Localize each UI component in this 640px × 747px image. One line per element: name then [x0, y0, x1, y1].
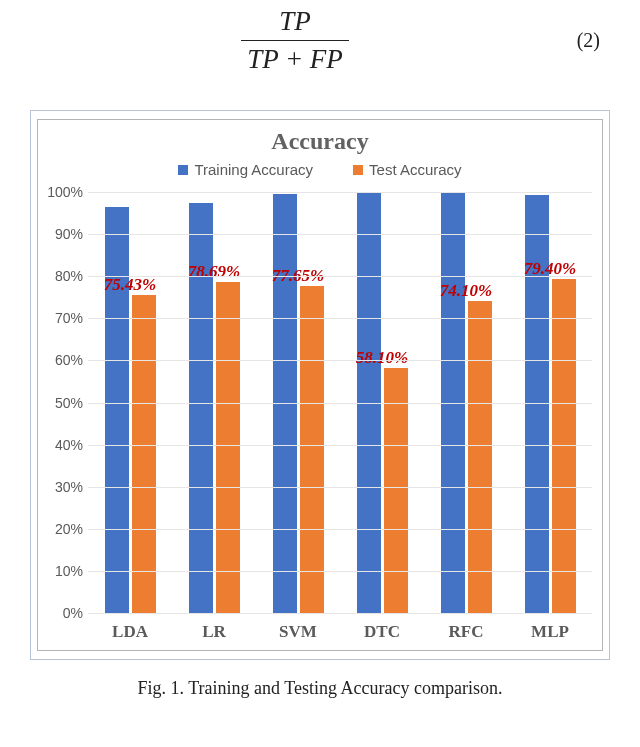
- gridline: [88, 487, 592, 488]
- y-tick-label: 20%: [43, 521, 83, 537]
- y-tick-label: 100%: [43, 184, 83, 200]
- legend-label-training: Training Accuracy: [194, 161, 313, 178]
- bar-training: [105, 207, 129, 613]
- bar-test: [132, 295, 156, 613]
- chart-title: Accuracy: [38, 120, 602, 161]
- bar-test: [552, 279, 576, 613]
- y-tick-label: 70%: [43, 310, 83, 326]
- gridline: [88, 445, 592, 446]
- legend-label-test: Test Accuracy: [369, 161, 462, 178]
- bar-test: [384, 368, 408, 613]
- y-tick-label: 40%: [43, 437, 83, 453]
- bar-training: [273, 194, 297, 613]
- y-tick-label: 0%: [43, 605, 83, 621]
- y-tick-label: 10%: [43, 563, 83, 579]
- gridline: [88, 529, 592, 530]
- gridline: [88, 276, 592, 277]
- gridline: [88, 403, 592, 404]
- bar-test: [300, 286, 324, 613]
- equation-numerator: TP: [241, 5, 349, 40]
- legend-item-test: Test Accuracy: [353, 161, 462, 178]
- x-tick-label: RFC: [424, 622, 508, 642]
- x-tick-label: LR: [172, 622, 256, 642]
- chart-inner-frame: Accuracy Training Accuracy Test Accuracy…: [37, 119, 603, 651]
- page: TP TP + FP (2) Accuracy Training Accurac…: [0, 0, 640, 747]
- plot-area: 75.43%78.69%77.65%58.10%74.10%79.40% 0%1…: [88, 192, 592, 614]
- gridline: [88, 360, 592, 361]
- x-tick-label: SVM: [256, 622, 340, 642]
- y-tick-label: 30%: [43, 479, 83, 495]
- x-tick-label: MLP: [508, 622, 592, 642]
- y-tick-label: 80%: [43, 268, 83, 284]
- equation-row: TP TP + FP (2): [30, 0, 610, 80]
- x-axis-labels: LDALRSVMDTCRFCMLP: [88, 622, 592, 642]
- data-label: 75.43%: [104, 275, 156, 295]
- equation-denominator: TP + FP: [241, 41, 349, 75]
- gridline: [88, 234, 592, 235]
- y-tick-label: 60%: [43, 352, 83, 368]
- bar-test: [216, 282, 240, 613]
- bar-test: [468, 301, 492, 613]
- data-label: 58.10%: [356, 348, 408, 368]
- legend: Training Accuracy Test Accuracy: [38, 161, 602, 184]
- gridline: [88, 318, 592, 319]
- equation-number: (2): [560, 29, 600, 52]
- gridline: [88, 571, 592, 572]
- y-tick-label: 90%: [43, 226, 83, 242]
- plot: 75.43%78.69%77.65%58.10%74.10%79.40% 0%1…: [88, 192, 592, 614]
- x-tick-label: LDA: [88, 622, 172, 642]
- data-label: 74.10%: [440, 281, 492, 301]
- gridline: [88, 613, 592, 614]
- bar-training: [525, 195, 549, 613]
- fraction: TP TP + FP: [241, 5, 349, 75]
- chart-outer-frame: Accuracy Training Accuracy Test Accuracy…: [30, 110, 610, 660]
- gridline: [88, 192, 592, 193]
- equation: TP TP + FP: [30, 5, 560, 75]
- figure-caption: Fig. 1. Training and Testing Accuracy co…: [30, 678, 610, 699]
- x-tick-label: DTC: [340, 622, 424, 642]
- y-tick-label: 50%: [43, 395, 83, 411]
- legend-swatch-test: [353, 165, 363, 175]
- data-label: 78.69%: [188, 262, 240, 282]
- legend-item-training: Training Accuracy: [178, 161, 313, 178]
- legend-swatch-training: [178, 165, 188, 175]
